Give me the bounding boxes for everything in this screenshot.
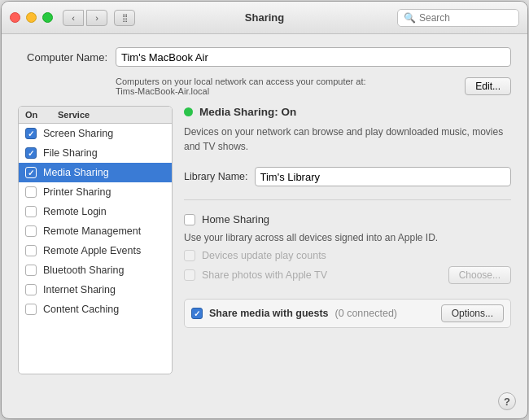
sidebar-item-media-sharing[interactable]: Media Sharing [19, 163, 172, 182]
search-box[interactable]: 🔍 [397, 9, 519, 27]
status-row: Media Sharing: On [184, 106, 511, 118]
service-name-remote-apple-events: Remote Apple Events [43, 245, 141, 256]
home-sharing-checkbox[interactable] [184, 214, 195, 225]
services-header-service: Service [58, 110, 90, 120]
content: Computer Name: Computers on your local n… [2, 34, 527, 387]
devices-update-checkbox[interactable] [184, 250, 195, 261]
grid-button[interactable]: ⣿ [114, 10, 135, 26]
titlebar: ‹ › ⣿ Sharing 🔍 [2, 2, 527, 34]
home-sharing-section: Home Sharing Use your library across all… [184, 213, 511, 284]
library-name-label: Library Name: [184, 171, 248, 182]
home-sharing-label: Home Sharing [202, 213, 269, 225]
status-title: Media Sharing: On [199, 106, 296, 118]
services-panel: On Service Screen SharingFile SharingMed… [18, 106, 173, 374]
edit-button[interactable]: Edit... [465, 77, 511, 95]
bottom-bar: ? [2, 387, 527, 418]
computer-name-input[interactable] [116, 47, 511, 67]
forward-button[interactable]: › [86, 10, 107, 26]
service-name-media-sharing: Media Sharing [43, 167, 109, 178]
share-guests-label: Share media with guests [209, 308, 329, 319]
service-checkbox-printer-sharing[interactable] [25, 186, 37, 198]
local-network-line2: Tims-MacBook-Air.local [116, 86, 457, 96]
service-checkbox-remote-apple-events[interactable] [25, 245, 37, 256]
local-network-line1: Computers on your local network can acce… [116, 77, 457, 86]
sidebar-item-content-caching[interactable]: Content Caching [19, 300, 172, 319]
minimize-button[interactable] [26, 12, 37, 23]
sidebar-item-screen-sharing[interactable]: Screen Sharing [19, 124, 172, 143]
devices-update-label: Devices update play counts [202, 250, 326, 261]
detail-panel: Media Sharing: On Devices on your networ… [184, 106, 511, 374]
window-title: Sharing [245, 11, 284, 24]
service-name-file-sharing: File Sharing [43, 147, 98, 159]
sidebar-item-remote-management[interactable]: Remote Management [19, 221, 172, 241]
services-header-on: On [25, 110, 42, 120]
service-checkbox-file-sharing[interactable] [25, 147, 37, 159]
maximize-button[interactable] [42, 12, 53, 23]
media-sharing-description: Devices on your network can browse and p… [184, 125, 511, 154]
choose-button[interactable]: Choose... [448, 266, 511, 284]
service-checkbox-media-sharing[interactable] [25, 167, 37, 178]
status-dot-green [184, 107, 193, 116]
service-checkbox-remote-login[interactable] [25, 206, 37, 217]
service-checkbox-remote-management[interactable] [25, 225, 37, 237]
help-button[interactable]: ? [498, 392, 516, 410]
sidebar-item-remote-login[interactable]: Remote Login [19, 202, 172, 221]
sidebar-item-file-sharing[interactable]: File Sharing [19, 143, 172, 163]
share-guests-count: (0 connected) [335, 308, 397, 319]
service-name-remote-management: Remote Management [43, 225, 141, 237]
share-photos-label: Share photos with Apple TV [202, 269, 327, 281]
service-checkbox-bluetooth-sharing[interactable] [25, 265, 37, 276]
service-name-remote-login: Remote Login [43, 206, 107, 217]
search-icon: 🔍 [404, 12, 416, 24]
service-checkbox-screen-sharing[interactable] [25, 128, 37, 139]
service-name-screen-sharing: Screen Sharing [43, 128, 113, 139]
computer-name-label: Computer Name: [18, 51, 107, 63]
devices-update-row: Devices update play counts [184, 250, 511, 261]
back-button[interactable]: ‹ [63, 10, 84, 26]
window: ‹ › ⣿ Sharing 🔍 Computer Name: Computers… [1, 1, 528, 419]
divider [184, 199, 511, 200]
sidebar-item-internet-sharing[interactable]: Internet Sharing [19, 280, 172, 300]
home-sharing-description: Use your library across all devices sign… [184, 230, 511, 245]
services-header: On Service [19, 107, 172, 124]
options-button[interactable]: Options... [441, 304, 504, 322]
main-panel: On Service Screen SharingFile SharingMed… [18, 106, 511, 374]
sidebar-item-remote-apple-events[interactable]: Remote Apple Events [19, 241, 172, 260]
local-network-row: Computers on your local network can acce… [116, 77, 511, 96]
service-name-printer-sharing: Printer Sharing [43, 186, 111, 198]
service-checkbox-content-caching[interactable] [25, 304, 37, 315]
share-guests-checkbox[interactable] [191, 308, 203, 319]
local-network-text: Computers on your local network can acce… [116, 77, 457, 96]
search-input[interactable] [419, 12, 513, 24]
library-name-row: Library Name: [184, 167, 511, 186]
nav-buttons: ‹ › [63, 10, 107, 26]
share-photos-row: Share photos with Apple TV Choose... [184, 266, 511, 284]
sidebar-item-printer-sharing[interactable]: Printer Sharing [19, 182, 172, 202]
services-list: Screen SharingFile SharingMedia SharingP… [19, 124, 172, 374]
service-name-internet-sharing: Internet Sharing [43, 284, 116, 295]
service-checkbox-internet-sharing[interactable] [25, 284, 37, 295]
home-sharing-header: Home Sharing [184, 213, 511, 225]
service-name-bluetooth-sharing: Bluetooth Sharing [43, 265, 124, 276]
sidebar-item-bluetooth-sharing[interactable]: Bluetooth Sharing [19, 260, 172, 280]
traffic-lights [10, 12, 53, 23]
share-photos-checkbox[interactable] [184, 269, 195, 281]
close-button[interactable] [10, 12, 20, 23]
computer-name-row: Computer Name: [18, 47, 511, 67]
library-name-input[interactable] [255, 167, 512, 186]
share-guests-row: Share media with guests (0 connected) Op… [184, 299, 511, 328]
service-name-content-caching: Content Caching [43, 304, 119, 315]
